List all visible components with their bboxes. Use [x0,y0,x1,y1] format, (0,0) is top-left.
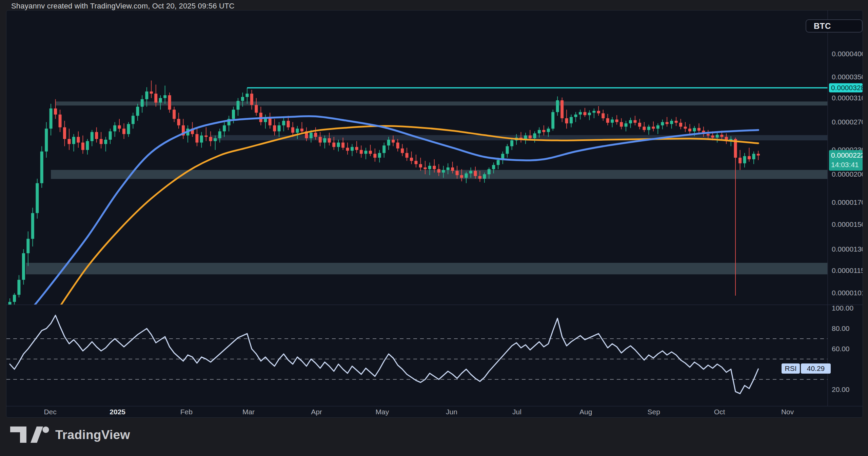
chart-attribution: Shayannv created with TradingView.com, O… [11,2,235,11]
svg-text:Jul: Jul [512,408,521,416]
svg-text:Jun: Jun [446,408,457,416]
zone-support-1150 [26,263,828,274]
svg-text:0.00001010: 0.00001010 [832,289,863,297]
svg-text:May: May [375,408,389,416]
svg-text:0.00002700: 0.00002700 [832,118,863,126]
svg-text:0.00002000: 0.00002000 [832,170,863,178]
svg-text:20.00: 20.00 [832,385,850,393]
svg-text:Dec: Dec [44,408,56,416]
svg-text:RSI: RSI [785,364,796,372]
level-price-label: 0.00003288 [829,83,863,93]
chart-container: 0.000040000.000035000.000031000.00002700… [6,10,863,418]
svg-text:Apr: Apr [311,408,322,416]
svg-text:60.00: 60.00 [832,345,850,353]
svg-text:0.00002228: 0.00002228 [831,151,863,159]
svg-text:100.00: 100.00 [832,304,853,312]
svg-text:0.00003288: 0.00003288 [831,84,863,92]
rsi-axis[interactable]: 100.0080.0060.0020.00 [832,304,853,393]
tradingview-logo[interactable]: TradingView [10,427,130,443]
tradingview-logo-icon [10,427,49,443]
svg-text:Oct: Oct [714,408,725,416]
symbol-badge[interactable]: BTC [806,19,863,33]
svg-text:Nov: Nov [781,408,794,416]
rsi-panel[interactable] [6,315,828,394]
svg-text:Aug: Aug [579,408,592,416]
price-chart-canvas[interactable]: 0.000040000.000035000.000031000.00002700… [6,11,863,418]
svg-text:0.00001500: 0.00001500 [832,220,863,228]
svg-text:0.00003500: 0.00003500 [832,73,863,81]
svg-text:0.00004000: 0.00004000 [832,50,863,58]
svg-text:Sep: Sep [648,408,660,416]
svg-text:40.29: 40.29 [807,364,825,372]
svg-text:0.00001150: 0.00001150 [832,266,863,274]
svg-text:Mar: Mar [242,408,255,416]
tradingview-wordmark: TradingView [55,428,130,442]
svg-text:0.00001700: 0.00001700 [832,198,863,206]
svg-text:2025: 2025 [110,408,125,416]
price-panel[interactable] [8,80,830,313]
time-axis[interactable]: Dec2025FebMarAprMayJunJulAugSepOctNov [44,408,794,416]
footer: TradingView [0,418,868,456]
svg-text:0.00001300: 0.00001300 [832,245,863,253]
svg-text:14:03:41: 14:03:41 [831,161,859,168]
tradingview-published-chart: Shayannv created with TradingView.com, O… [0,0,868,456]
rsi-line [10,315,758,394]
zone-resistance-3000 [56,101,828,105]
svg-text:Feb: Feb [180,408,193,416]
last-price-label: 0.00002228 14:03:41 [829,150,863,171]
rsi-value-badge: RSI 40.29 [782,363,831,374]
svg-text:80.00: 80.00 [832,324,850,332]
svg-text:0.00003100: 0.00003100 [832,94,863,102]
